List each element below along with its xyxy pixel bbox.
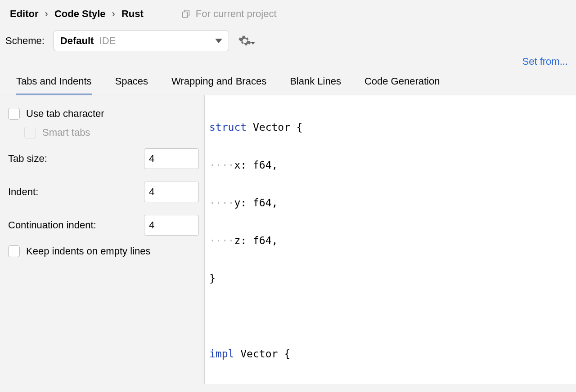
- gear-icon[interactable]: [238, 34, 255, 48]
- use-tab-character-row[interactable]: Use tab character: [8, 104, 199, 123]
- tab-size-label: Tab size:: [8, 153, 47, 165]
- scheme-tag: IDE: [99, 35, 116, 46]
- tabs: Tabs and Indents Spaces Wrapping and Bra…: [0, 71, 576, 95]
- breadcrumb-rust[interactable]: Rust: [122, 8, 144, 20]
- smart-tabs-checkbox: [24, 127, 36, 138]
- scheme-row: Scheme: Default IDE: [0, 24, 576, 56]
- continuation-indent-label: Continuation indent:: [8, 219, 96, 231]
- svg-rect-1: [183, 12, 188, 18]
- tab-tabs-indents[interactable]: Tabs and Indents: [16, 76, 92, 95]
- continuation-indent-input[interactable]: [144, 215, 199, 236]
- tab-spaces[interactable]: Spaces: [115, 76, 148, 95]
- scheme-select[interactable]: Default IDE: [54, 31, 229, 51]
- use-tab-character-checkbox[interactable]: [8, 108, 20, 120]
- indent-label: Indent:: [8, 186, 38, 198]
- current-project-note: For current project: [181, 8, 277, 20]
- current-project-label: For current project: [196, 8, 277, 20]
- keep-empty-checkbox[interactable]: [8, 245, 20, 257]
- indent-row: Indent:: [8, 175, 199, 209]
- tab-wrapping[interactable]: Wrapping and Braces: [171, 76, 266, 95]
- keep-empty-label: Keep indents on empty lines: [26, 245, 150, 257]
- breadcrumb: Editor › Code Style › Rust For current p…: [0, 0, 576, 24]
- tab-blank-lines[interactable]: Blank Lines: [290, 76, 341, 95]
- scheme-name: Default: [60, 35, 94, 46]
- breadcrumb-codestyle[interactable]: Code Style: [54, 8, 106, 20]
- options-panel: Use tab character Smart tabs Tab size: I…: [0, 95, 205, 384]
- scheme-label: Scheme:: [5, 35, 45, 47]
- continuation-indent-row: Continuation indent:: [8, 209, 199, 242]
- code-preview: struct Vector { ····x: f64, ····y: f64, …: [205, 95, 576, 384]
- smart-tabs-row: Smart tabs: [8, 123, 199, 142]
- breadcrumb-sep: ›: [45, 8, 48, 20]
- copy-icon: [181, 9, 191, 19]
- breadcrumb-sep: ›: [112, 8, 115, 20]
- chevron-down-icon: [215, 39, 222, 43]
- indent-input[interactable]: [144, 182, 199, 202]
- use-tab-character-label: Use tab character: [26, 108, 104, 120]
- tab-code-generation[interactable]: Code Generation: [364, 76, 440, 95]
- smart-tabs-label: Smart tabs: [42, 127, 90, 138]
- set-from-link[interactable]: Set from...: [522, 56, 568, 67]
- breadcrumb-editor[interactable]: Editor: [10, 8, 39, 20]
- tab-size-input[interactable]: [144, 148, 199, 169]
- keep-empty-row[interactable]: Keep indents on empty lines: [8, 242, 199, 261]
- tab-size-row: Tab size:: [8, 142, 199, 175]
